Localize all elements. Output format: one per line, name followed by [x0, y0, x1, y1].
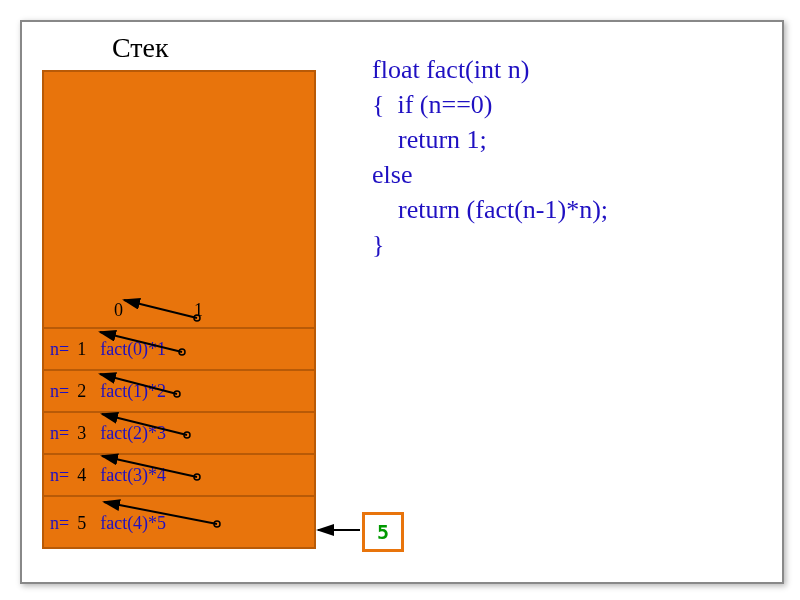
- calc-expr: fact(3)*4: [100, 465, 166, 486]
- stack-row: n= 4 fact(3)*4: [44, 453, 314, 495]
- stack-top-area: 0 1: [44, 72, 314, 327]
- n-value: 4: [77, 465, 86, 486]
- calc-expr: fact(2)*3: [100, 423, 166, 444]
- stack-box: 0 1 n= 1 fact(0)*1 n= 2 fact(1)*2 n= 3 f…: [42, 70, 316, 549]
- stack-row: n= 5 fact(4)*5: [44, 495, 314, 549]
- n-value: 5: [77, 513, 86, 534]
- result-box: 5: [362, 512, 404, 552]
- stack-row: n= 2 fact(1)*2: [44, 369, 314, 411]
- code-block: float fact(int n) { if (n==0) return 1; …: [372, 52, 608, 263]
- n-value: 3: [77, 423, 86, 444]
- base-zero: 0: [114, 300, 123, 321]
- calc-expr: fact(0)*1: [100, 339, 166, 360]
- n-label: n=: [50, 423, 69, 444]
- stack-row: n= 1 fact(0)*1: [44, 327, 314, 369]
- n-label: n=: [50, 339, 69, 360]
- n-label: n=: [50, 465, 69, 486]
- stack-row: n= 3 fact(2)*3: [44, 411, 314, 453]
- calc-expr: fact(4)*5: [100, 513, 166, 534]
- base-one: 1: [194, 300, 203, 321]
- calc-expr: fact(1)*2: [100, 381, 166, 402]
- n-value: 2: [77, 381, 86, 402]
- n-value: 1: [77, 339, 86, 360]
- stack-title: Стек: [112, 32, 169, 64]
- slide-frame: Стек 0 1 n= 1 fact(0)*1 n= 2 fact(1)*2 n…: [20, 20, 784, 584]
- n-label: n=: [50, 381, 69, 402]
- n-label: n=: [50, 513, 69, 534]
